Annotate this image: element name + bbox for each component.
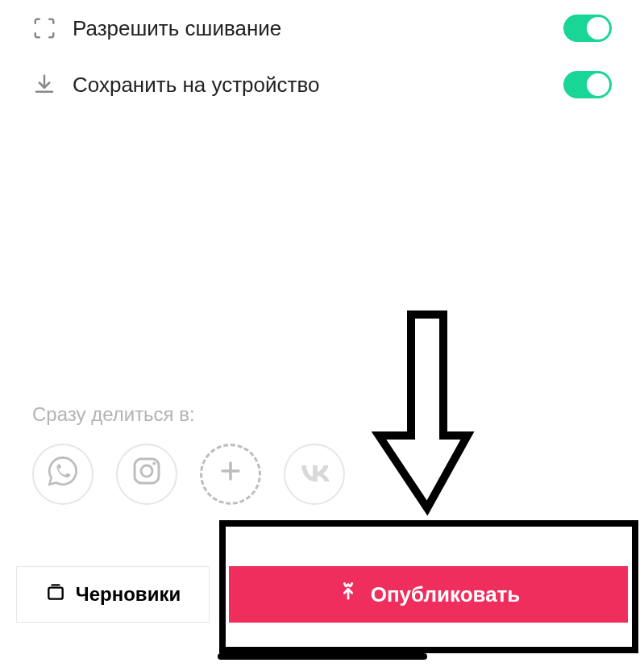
svg-point-2 xyxy=(152,462,156,465)
toggle-save[interactable] xyxy=(563,71,612,98)
drafts-icon xyxy=(45,581,66,607)
share-option-add[interactable] xyxy=(200,444,261,505)
share-section: Сразу делиться в: xyxy=(32,403,613,505)
bottom-row: Черновики Опубликовать xyxy=(16,566,628,623)
publish-label: Опубликовать xyxy=(371,582,521,607)
share-icons xyxy=(32,444,613,505)
whatsapp-icon xyxy=(47,455,79,494)
share-option-vk[interactable] xyxy=(284,444,345,505)
toggle-stitch[interactable] xyxy=(563,15,612,42)
publish-button[interactable]: Опубликовать xyxy=(229,566,628,623)
setting-row-stitch: Разрешить сшивание xyxy=(0,0,644,56)
home-indicator xyxy=(218,653,427,660)
setting-label-stitch: Разрешить сшивание xyxy=(73,16,281,41)
share-option-instagram[interactable] xyxy=(116,444,177,505)
annotation-arrow xyxy=(371,306,484,519)
instagram-icon xyxy=(131,455,163,494)
stitch-icon xyxy=(32,16,56,40)
svg-rect-3 xyxy=(48,588,62,599)
svg-point-1 xyxy=(141,465,152,477)
share-label: Сразу делиться в: xyxy=(32,403,613,426)
setting-left-stitch: Разрешить сшивание xyxy=(32,16,281,41)
download-icon xyxy=(32,73,56,97)
vk-icon xyxy=(297,460,332,490)
setting-label-save: Сохранить на устройство xyxy=(73,73,319,98)
plus-icon xyxy=(217,457,244,491)
setting-left-save: Сохранить на устройство xyxy=(32,73,319,98)
toggle-knob xyxy=(587,17,609,40)
drafts-button[interactable]: Черновики xyxy=(16,566,210,623)
toggle-knob xyxy=(587,73,609,96)
drafts-label: Черновики xyxy=(76,583,181,606)
setting-row-save: Сохранить на устройство xyxy=(0,56,644,113)
share-option-whatsapp[interactable] xyxy=(32,444,93,505)
publish-icon xyxy=(337,581,359,609)
